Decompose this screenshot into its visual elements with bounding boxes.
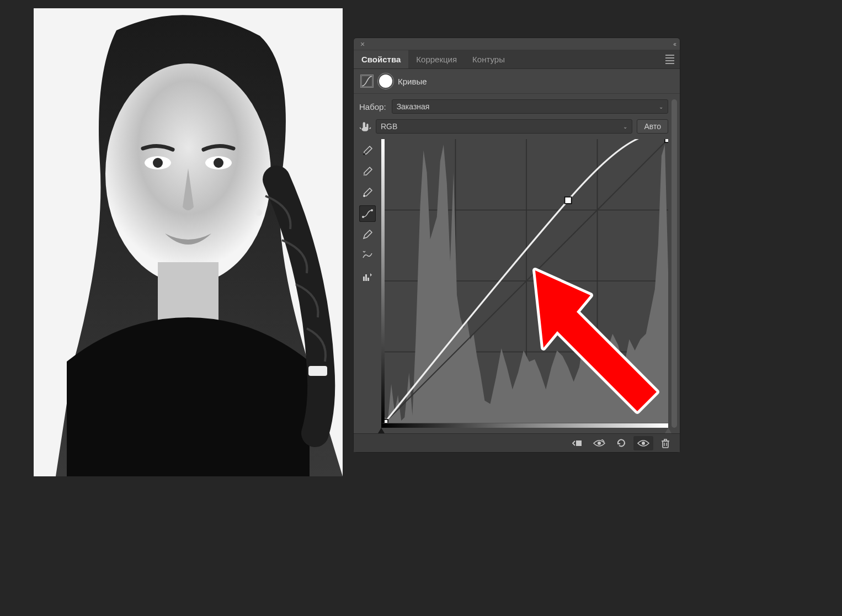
photo-content	[34, 8, 343, 476]
tab-corrections[interactable]: Коррекция	[408, 50, 465, 68]
curve-wrap	[381, 139, 668, 428]
tab-properties[interactable]: Свойства	[354, 50, 408, 68]
adjustment-header: Кривые	[354, 69, 680, 94]
pencil-tool-icon[interactable]	[359, 226, 376, 243]
curve-point-tool-icon[interactable]	[359, 205, 376, 222]
svg-rect-26	[565, 197, 572, 204]
svg-point-8	[255, 209, 262, 216]
eyedropper-black-icon[interactable]	[359, 142, 376, 159]
panel-body: Набор: Заказная ⌄ RGB ⌄ Авто	[354, 94, 680, 433]
white-point-slider[interactable]	[665, 428, 672, 433]
clip-histogram-icon[interactable]	[359, 268, 376, 285]
tab-contours[interactable]: Контуры	[465, 50, 513, 68]
panel-menu-icon[interactable]	[665, 55, 674, 64]
curve-area	[359, 139, 668, 428]
svg-point-30	[642, 442, 645, 445]
svg-point-6	[214, 158, 223, 168]
delete-icon[interactable]	[656, 436, 675, 450]
panel-titlebar: × ‹‹	[354, 38, 680, 50]
eyedropper-gray-icon[interactable]	[359, 163, 376, 180]
controls-column: Набор: Заказная ⌄ RGB ⌄ Авто	[359, 99, 668, 428]
svg-point-29	[598, 442, 601, 445]
curves-adjustment-icon[interactable]	[360, 75, 374, 88]
auto-button[interactable]: Авто	[637, 119, 668, 134]
svg-rect-25	[385, 419, 388, 423]
curve-graph[interactable]	[381, 139, 668, 423]
black-point-slider[interactable]	[378, 428, 385, 433]
scrollbar-thumb[interactable]	[672, 99, 677, 428]
svg-rect-28	[576, 440, 582, 446]
svg-rect-27	[665, 139, 668, 142]
svg-point-14	[371, 209, 373, 211]
eyedropper-white-icon[interactable]	[359, 184, 376, 201]
chevron-down-icon: ⌄	[623, 124, 627, 130]
curve-tools	[359, 139, 376, 428]
svg-point-11	[364, 174, 365, 176]
clip-to-layer-icon[interactable]	[567, 436, 587, 450]
view-previous-icon[interactable]	[589, 436, 609, 450]
channel-selected: RGB	[381, 122, 397, 131]
preset-selected: Заказная	[397, 102, 430, 111]
svg-rect-7	[308, 366, 327, 376]
panel-footer	[354, 433, 680, 452]
layer-mask-icon[interactable]	[379, 75, 392, 88]
svg-point-5	[153, 158, 163, 168]
panel-tabs: Свойства Коррекция Контуры	[354, 50, 680, 69]
preset-dropdown[interactable]: Заказная ⌄	[392, 99, 668, 114]
svg-point-13	[362, 216, 364, 218]
input-gradient[interactable]	[381, 423, 668, 428]
chevron-down-icon: ⌄	[659, 104, 663, 110]
svg-point-12	[364, 195, 365, 197]
reset-icon[interactable]	[611, 436, 631, 450]
svg-point-10	[364, 153, 365, 155]
preset-label: Набор:	[359, 102, 386, 111]
document-canvas[interactable]	[34, 8, 343, 476]
svg-rect-31	[663, 441, 668, 448]
close-icon[interactable]: ×	[358, 40, 367, 49]
toggle-visibility-icon[interactable]	[633, 436, 653, 450]
panel-scrollbar[interactable]	[670, 99, 678, 428]
channel-dropdown[interactable]: RGB ⌄	[376, 119, 632, 134]
svg-rect-15	[363, 277, 365, 281]
adjustment-label: Кривые	[398, 77, 427, 86]
properties-panel: × ‹‹ Свойства Коррекция Контуры Кривые Н…	[353, 38, 680, 453]
targeted-adjustment-icon[interactable]	[359, 120, 371, 132]
smooth-tool-icon[interactable]	[359, 247, 376, 264]
svg-rect-17	[367, 278, 369, 281]
collapse-icon[interactable]: ‹‹	[673, 40, 675, 48]
channel-row: RGB ⌄ Авто	[359, 119, 668, 134]
svg-rect-16	[365, 274, 367, 281]
preset-row: Набор: Заказная ⌄	[359, 99, 668, 114]
